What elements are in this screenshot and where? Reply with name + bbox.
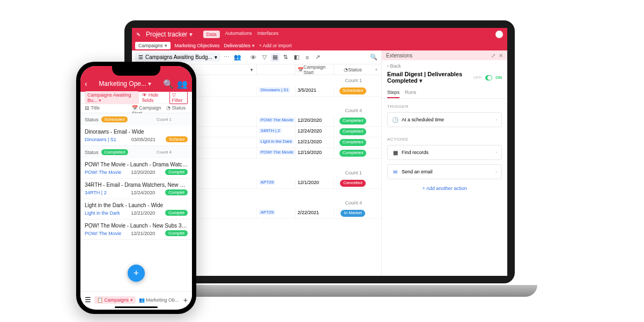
add-column-button[interactable]: +	[372, 64, 381, 75]
email-icon: ✉	[392, 169, 398, 175]
phone-list-item[interactable]: POW! The Movie - Launch - New Subs 30 D.…	[80, 219, 192, 240]
table-deliverables[interactable]: Deliverables	[224, 43, 255, 48]
action-find-records[interactable]: ▦ Find records ›	[387, 145, 502, 160]
table-marketing-objectives[interactable]: Marketing Objectives	[175, 43, 220, 48]
off-label: OFF	[473, 75, 482, 80]
chevron-right-icon: ›	[495, 169, 497, 174]
nav-data[interactable]: Data	[203, 31, 220, 38]
extensions-panel: Extensions ⤢ ✕ ‹ Back Email Digest | Del…	[382, 50, 507, 276]
filter-icon[interactable]: ▽	[260, 53, 269, 62]
filter-button[interactable]: ▽ Filter	[169, 91, 188, 104]
search-icon[interactable]: 🔍	[369, 53, 378, 62]
phone-group-header[interactable]: Status ScheduledCount 1	[80, 113, 192, 126]
back-icon[interactable]: ‹	[85, 79, 87, 88]
tab-runs[interactable]: Runs	[405, 87, 416, 98]
action-send-email[interactable]: ✉ Send an email ›	[387, 164, 502, 179]
phone-list-item[interactable]: POW! The Movie - Launch - Drama Watchers…	[80, 158, 192, 179]
chevron-right-icon: ›	[495, 150, 497, 155]
records-icon: ▦	[392, 149, 398, 156]
actions-section-label: ACTIONS	[382, 131, 507, 145]
add-action-button[interactable]: + Add another action	[382, 184, 507, 193]
phone-bottom-bar: ☰ 📋 Campaigns 👥 Marketing Ob... +	[80, 291, 192, 308]
edit-icon: ✎	[136, 32, 140, 38]
tables-tab-row: Campaigns Marketing Objectives Deliverab…	[132, 41, 507, 50]
phone-group-header[interactable]: Status CompletedCount 4	[80, 146, 192, 158]
ph-col-status[interactable]: ◔ Status	[166, 105, 188, 111]
back-link[interactable]: ‹ Back	[382, 60, 507, 70]
phone-list-item[interactable]: Light in the Dark - Launch - WideLight i…	[80, 199, 192, 219]
people-icon[interactable]: 👥	[177, 79, 188, 89]
bottom-add-button[interactable]: +	[183, 296, 188, 304]
ph-col-start[interactable]: 📅 Campaign Start	[132, 105, 166, 111]
group-icon[interactable]: ▦	[271, 53, 279, 62]
avatar[interactable]	[495, 31, 503, 38]
on-toggle[interactable]	[485, 75, 492, 80]
phone-notch	[112, 66, 160, 76]
fab-add-button[interactable]: +	[128, 265, 145, 282]
add-import-button[interactable]: + Add or import	[259, 43, 292, 48]
phone-title[interactable]: Marketing Ope...	[91, 80, 160, 87]
hide-icon[interactable]: 👁	[249, 53, 258, 62]
share-icon[interactable]: ↗	[314, 53, 322, 62]
phone-toolbar: Campaigns Awaiting Bu... 👁 Hide fields ▽…	[80, 92, 192, 104]
trigger-section-label: TRIGGER	[382, 99, 507, 112]
menu-icon[interactable]: ☰	[85, 296, 91, 304]
ph-col-title[interactable]: ▤ Title	[85, 105, 132, 111]
trigger-card[interactable]: 🕒 At a scheduled time ›	[387, 112, 502, 127]
phone-device: ‹ Marketing Ope... 🔍 👥 Campaigns Awaitin…	[76, 62, 196, 314]
nav-automations[interactable]: Automations	[225, 31, 252, 38]
minimize-icon[interactable]: ⤢	[491, 53, 495, 58]
home-indicator	[115, 306, 158, 308]
tab-steps[interactable]: Steps	[387, 87, 399, 98]
extensions-header: Extensions ⤢ ✕	[382, 50, 507, 60]
hide-fields-button[interactable]: 👁 Hide fields	[142, 92, 166, 103]
bottom-campaigns-chip[interactable]: 📋 Campaigns	[94, 296, 136, 304]
nav-interfaces[interactable]: Interfaces	[257, 31, 279, 38]
phone-view-chip[interactable]: Campaigns Awaiting Bu...	[85, 91, 139, 104]
chevron-right-icon: ›	[495, 117, 497, 122]
extensions-label: Extensions	[386, 53, 412, 58]
more-icon[interactable]: ⋯	[223, 53, 231, 62]
on-label: ON	[495, 75, 502, 80]
phone-list-item[interactable]: 34RTH - Email - Drama Watchers, New Sub.…	[80, 179, 192, 199]
app-title[interactable]: Project tracker	[146, 31, 193, 38]
search-icon[interactable]: 🔍	[163, 79, 174, 89]
col-status[interactable]: ◔ Status	[334, 64, 372, 75]
table-campaigns[interactable]: Campaigns	[135, 42, 171, 49]
view-switcher[interactable]: ☰ Campaigns Awaiting Budg... ▾	[135, 53, 220, 62]
col-campaign-start[interactable]: 📅 Campaign Start	[295, 64, 334, 75]
rowheight-icon[interactable]: ≡	[303, 53, 312, 62]
clock-icon: 🕒	[392, 116, 398, 123]
phone-columns-header: ▤ Title 📅 Campaign Start ◔ Status	[80, 104, 192, 113]
app-header: ✎ Project tracker Data Automations Inter…	[132, 28, 507, 41]
automation-title[interactable]: Email Digest | Deliverables Completed	[387, 71, 470, 84]
people-icon[interactable]: 👥	[233, 53, 242, 62]
phone-list-item[interactable]: Dinorawrs - Email - WideDinorawrs | S103…	[80, 126, 192, 146]
close-icon[interactable]: ✕	[499, 53, 503, 58]
sort-icon[interactable]: ⇅	[282, 53, 290, 62]
bottom-marketing-chip[interactable]: 👥 Marketing Ob...	[139, 297, 179, 303]
color-icon[interactable]: ◧	[292, 53, 301, 62]
